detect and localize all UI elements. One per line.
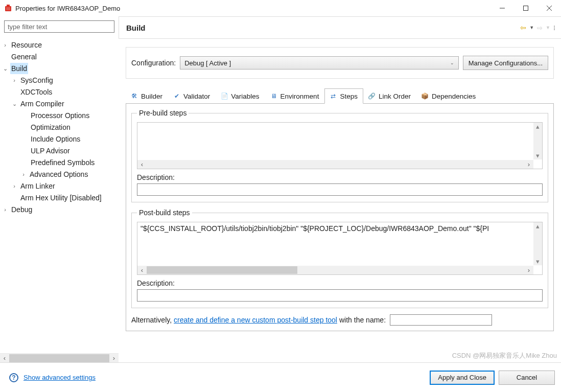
title-bar: Properties for IWR6843AOP_Demo	[0, 0, 561, 16]
tree-item-advanced-options[interactable]: ›Advanced Options	[0, 168, 119, 180]
link-order-icon: 🔗	[368, 92, 376, 100]
back-dropdown-icon[interactable]: ▼	[529, 25, 534, 30]
post-build-legend: Post-build steps	[137, 209, 192, 217]
tab-link-order[interactable]: 🔗Link Order	[363, 88, 416, 104]
scroll-thumb[interactable]	[147, 266, 297, 274]
horizontal-scrollbar[interactable]: ‹›	[137, 160, 533, 169]
tree-item-arm-hex-utility[interactable]: Arm Hex Utility [Disabled]	[0, 192, 119, 203]
configuration-label: Configuration:	[131, 59, 176, 67]
pre-build-list[interactable]: ▴▾ ‹›	[137, 122, 543, 169]
tree-item-debug[interactable]: ›Debug	[0, 203, 119, 215]
view-menu-icon[interactable]: ⁞	[553, 24, 556, 32]
alt-suffix: with the name:	[339, 316, 386, 324]
cancel-button[interactable]: Cancel	[499, 371, 555, 385]
apply-and-close-button[interactable]: Apply and Close	[430, 371, 495, 385]
tab-dependencies[interactable]: 📦Dependencies	[416, 88, 481, 104]
scroll-right-icon[interactable]: ›	[109, 354, 119, 362]
tree-item-include-options[interactable]: Include Options	[0, 133, 119, 145]
steps-icon: ⇄	[329, 92, 337, 100]
scroll-thumb[interactable]	[9, 354, 109, 362]
post-build-item[interactable]: "${CCS_INSTALL_ROOT}/utils/tiobj2bin/tio…	[137, 222, 542, 235]
vertical-scrollbar[interactable]: ▴▾	[533, 123, 542, 159]
variables-icon: 📄	[220, 92, 228, 100]
tree-item-ulp-advisor[interactable]: ULP Advisor	[0, 145, 119, 156]
post-build-list[interactable]: "${CCS_INSTALL_ROOT}/utils/tiobj2bin/tio…	[137, 222, 543, 275]
tree-item-sysconfig[interactable]: ›SysConfig	[0, 74, 119, 86]
create-custom-tool-link[interactable]: create and define a new custom post-buil…	[174, 316, 337, 324]
filter-input[interactable]: type filter text	[4, 20, 114, 33]
sidebar: type filter text ›Resource General ⌄Buil…	[0, 16, 119, 362]
page-title: Build	[126, 24, 146, 32]
tab-builder[interactable]: 🛠Builder	[126, 88, 168, 104]
custom-tool-name-input[interactable]	[390, 314, 492, 326]
builder-icon: 🛠	[130, 92, 138, 100]
tab-validator[interactable]: ✔Validator	[168, 88, 216, 104]
tree-item-resource[interactable]: ›Resource	[0, 39, 119, 51]
tab-steps[interactable]: ⇄Steps	[324, 88, 363, 104]
dependencies-icon: 📦	[421, 92, 429, 100]
forward-icon[interactable]: ⇨	[537, 24, 543, 32]
tree-item-processor-options[interactable]: Processor Options	[0, 109, 119, 121]
nav-tree: ›Resource General ⌄Build ›SysConfig XDCT…	[0, 37, 119, 353]
minimize-button[interactable]	[490, 0, 514, 16]
app-icon	[4, 4, 12, 12]
tree-item-xdctools[interactable]: XDCTools	[0, 86, 119, 98]
configuration-select[interactable]: Debug [ Active ] ⌄	[180, 56, 459, 70]
alt-prefix: Alternatively,	[131, 316, 172, 324]
alternative-row: Alternatively, create and define a new c…	[131, 314, 548, 326]
tree-item-predefined-symbols[interactable]: Predefined Symbols	[0, 156, 119, 168]
post-build-group: Post-build steps "${CCS_INSTALL_ROOT}/ut…	[131, 209, 548, 308]
close-button[interactable]	[537, 0, 561, 16]
tree-item-arm-linker[interactable]: ›Arm Linker	[0, 180, 119, 192]
pre-description-input[interactable]	[137, 183, 543, 196]
pre-build-group: Pre-build steps ▴▾ ‹› Description:	[131, 109, 548, 202]
svg-rect-2	[6, 7, 10, 10]
back-icon[interactable]: ⇦	[520, 24, 526, 32]
tab-bar: 🛠Builder ✔Validator 📄Variables 🖥Environm…	[126, 88, 554, 104]
pre-build-legend: Pre-build steps	[137, 109, 189, 117]
sidebar-scrollbar[interactable]: ‹ ›	[0, 353, 119, 362]
tree-item-arm-compiler[interactable]: ⌄Arm Compiler	[0, 98, 119, 109]
chevron-down-icon: ⌄	[450, 60, 454, 65]
show-advanced-link[interactable]: Show advanced settings	[24, 374, 96, 381]
configuration-bar: Configuration: Debug [ Active ] ⌄ Manage…	[126, 47, 554, 79]
help-icon[interactable]: ?	[9, 373, 18, 382]
tree-item-optimization[interactable]: Optimization	[0, 121, 119, 133]
vertical-scrollbar[interactable]: ▴▾	[533, 222, 542, 265]
scroll-left-icon[interactable]: ‹	[0, 354, 9, 362]
svg-rect-1	[7, 5, 10, 7]
manage-configurations-button[interactable]: Manage Configurations...	[463, 56, 548, 70]
horizontal-scrollbar[interactable]: ‹ ›	[137, 266, 533, 274]
configuration-value: Debug [ Active ]	[184, 59, 231, 67]
forward-dropdown-icon: ▼	[546, 25, 550, 30]
filter-placeholder: type filter text	[8, 23, 47, 31]
svg-rect-4	[524, 6, 528, 11]
window-title: Properties for IWR6843AOP_Demo	[15, 5, 120, 12]
tree-item-general[interactable]: General	[0, 51, 119, 62]
pre-description-label: Description:	[137, 173, 543, 181]
post-description-input[interactable]	[137, 289, 543, 302]
tab-variables[interactable]: 📄Variables	[216, 88, 265, 104]
post-description-label: Description:	[137, 279, 543, 287]
maximize-button[interactable]	[514, 0, 537, 16]
environment-icon: 🖥	[270, 92, 278, 100]
tree-item-build[interactable]: ⌄Build	[0, 62, 119, 74]
footer: ? Show advanced settings Apply and Close…	[0, 362, 561, 392]
main-header: Build ⇦▼ ⇨▼ ⁞	[119, 16, 561, 39]
tab-environment[interactable]: 🖥Environment	[265, 88, 325, 104]
steps-pane: Pre-build steps ▴▾ ‹› Description: Post-…	[126, 104, 554, 331]
validator-icon: ✔	[173, 92, 181, 100]
